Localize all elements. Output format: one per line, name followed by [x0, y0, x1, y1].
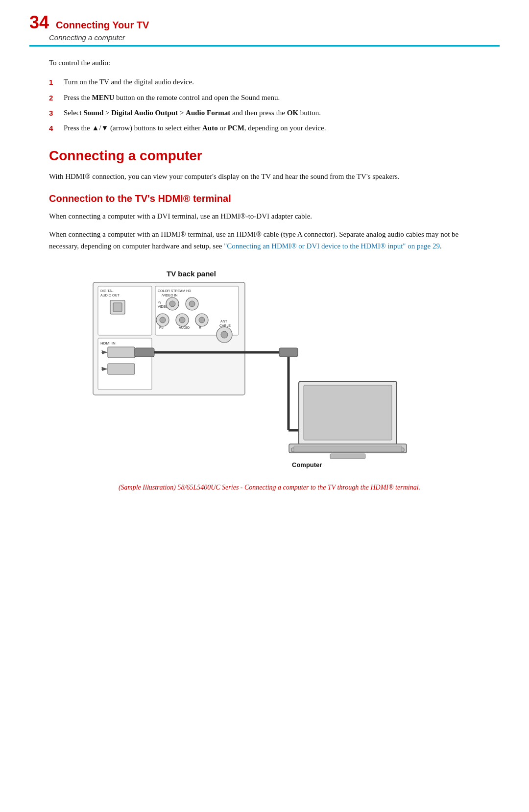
hdmi-connector-mid: [279, 348, 298, 357]
computer-label: Computer: [292, 461, 322, 468]
svg-text:COLOR STREAM HD: COLOR STREAM HD: [158, 289, 191, 293]
laptop-keys: [294, 446, 402, 452]
main-section-intro: With HDMI® connection, you can view your…: [49, 171, 490, 182]
main-section-heading: Connecting a computer: [49, 148, 490, 164]
diagram-container: TV back panel DIGITAL AUDIO OUT COLOR ST…: [59, 264, 490, 474]
pb-port-inner: [160, 317, 166, 323]
subsection-heading: Connection to the TV's HDMI® terminal: [49, 192, 490, 205]
step-number-4: 4: [49, 123, 58, 134]
hdmi-connector-tv: [135, 348, 154, 357]
subsection-link[interactable]: "Connecting an HDMI® or DVI device to th…: [224, 242, 440, 250]
subsection-para2: When connecting a computer with an HDMI®…: [49, 229, 490, 252]
ant-cable-port-inner: [221, 331, 228, 338]
step-number-3: 3: [49, 107, 58, 119]
audio-port-inner: [179, 317, 185, 323]
page-number: 34: [29, 14, 49, 31]
page-header: 34 Connecting Your TV: [0, 0, 529, 31]
svg-text:/VIDEO IN: /VIDEO IN: [162, 294, 178, 297]
header-divider: [29, 45, 500, 47]
list-item: 3 Select Sound > Digital Audio Output > …: [49, 107, 490, 119]
hdmi-port-1: [108, 347, 135, 358]
hdmi-port-2: [108, 364, 135, 374]
step-number-1: 1: [49, 76, 58, 88]
digital-audio-port-inner: [113, 303, 122, 312]
svg-text:HDMI IN: HDMI IN: [100, 341, 116, 345]
subsection-para1: When connecting a computer with a DVI te…: [49, 211, 490, 222]
pr-port-inner: [199, 317, 205, 323]
intro-instruction: To control the audio:: [49, 57, 490, 69]
connection-diagram: TV back panel DIGITAL AUDIO OUT COLOR ST…: [59, 264, 480, 474]
svg-text:Y/: Y/: [158, 301, 161, 304]
svg-text:R: R: [199, 326, 201, 329]
back-panel-label: TV back panel: [167, 270, 216, 278]
l-port-inner: [189, 301, 195, 307]
svg-text:AUDIO: AUDIO: [179, 326, 190, 329]
step-number-2: 2: [49, 92, 58, 103]
svg-text:Pb: Pb: [159, 326, 164, 329]
laptop-touchpad: [330, 454, 365, 459]
svg-text:DIGITAL: DIGITAL: [100, 289, 114, 293]
chapter-title: Connecting Your TV: [56, 20, 149, 31]
diagram-caption: (Sample Illustration) 58/65L5400UC Serie…: [49, 482, 490, 492]
step-content-3: Select Sound > Digital Audio Output > Au…: [64, 107, 490, 119]
svg-text:ANT: ANT: [220, 320, 228, 323]
y-video-port-inner: [169, 301, 175, 307]
list-item: 1 Turn on the TV and the digital audio d…: [49, 76, 490, 88]
page-container: 34 Connecting Your TV Connecting a compu…: [0, 0, 529, 812]
numbered-steps: 1 Turn on the TV and the digital audio d…: [49, 76, 490, 134]
step-content-2: Press the MENU button on the remote cont…: [64, 92, 490, 103]
list-item: 4 Press the ▲/▼ (arrow) buttons to selec…: [49, 123, 490, 134]
laptop-screen-inner: [304, 385, 392, 440]
section-subtitle: Connecting a computer: [49, 33, 125, 42]
subsection-para2-after: .: [440, 242, 442, 250]
main-content: To control the audio: 1 Turn on the TV a…: [0, 57, 529, 492]
step-content-4: Press the ▲/▼ (arrow) buttons to select …: [64, 123, 490, 134]
svg-text:AUDIO OUT: AUDIO OUT: [100, 294, 120, 297]
list-item: 2 Press the MENU button on the remote co…: [49, 92, 490, 103]
step-content-1: Turn on the TV and the digital audio dev…: [64, 76, 490, 88]
